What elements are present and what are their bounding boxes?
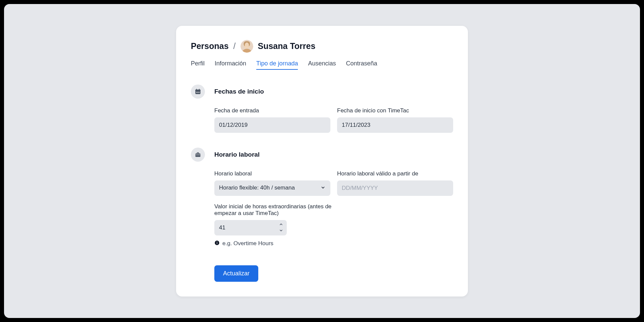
section-title-start-dates: Fechas de inicio: [214, 85, 453, 99]
breadcrumb-separator: /: [233, 41, 236, 51]
valid-from-input[interactable]: [337, 180, 453, 196]
timetac-date-label: Fecha de inicio con TimeTac: [337, 107, 453, 114]
tabs: Perfil Información Tipo de jornada Ausen…: [191, 60, 453, 70]
svg-rect-6: [196, 89, 197, 90]
overtime-hint: e.g. Overtime Hours: [222, 240, 273, 247]
timetac-date-input[interactable]: [337, 117, 453, 133]
section-work-schedule: Horario laboral Horario laboral Horario …: [191, 148, 453, 247]
schedule-label: Horario laboral: [214, 170, 330, 177]
breadcrumb: Personas / Susana Torres: [191, 40, 453, 53]
breadcrumb-root[interactable]: Personas: [191, 41, 229, 51]
tab-ausencias[interactable]: Ausencias: [308, 60, 336, 70]
entry-date-input[interactable]: [214, 117, 330, 133]
svg-rect-5: [196, 90, 201, 91]
section-title-work-schedule: Horario laboral: [214, 148, 453, 162]
tab-tipo-de-jornada[interactable]: Tipo de jornada: [256, 60, 298, 70]
svg-rect-10: [199, 92, 200, 93]
overtime-stepper[interactable]: [214, 220, 287, 235]
update-button[interactable]: Actualizar: [214, 265, 258, 282]
schedule-select[interactable]: Horario flexible: 40h / semana: [214, 180, 330, 196]
tab-perfil[interactable]: Perfil: [191, 60, 205, 70]
svg-rect-9: [198, 92, 199, 93]
svg-rect-7: [199, 89, 200, 90]
calendar-icon: [191, 85, 205, 99]
svg-point-16: [217, 241, 217, 242]
tab-informacion[interactable]: Información: [215, 60, 246, 70]
info-icon: [214, 240, 220, 247]
stepper-up-icon[interactable]: [279, 222, 283, 227]
avatar: [240, 40, 253, 53]
entry-date-label: Fecha de entrada: [214, 107, 330, 114]
svg-rect-15: [217, 242, 217, 244]
section-start-dates: Fechas de inicio Fecha de entrada Fecha …: [191, 85, 453, 133]
overtime-label: Valor inicial de horas extraordinarias (…: [214, 203, 335, 217]
stepper-down-icon[interactable]: [279, 228, 283, 233]
svg-rect-13: [196, 155, 201, 155]
svg-rect-12: [197, 153, 199, 154]
settings-card: Personas / Susana Torres Perfi: [176, 26, 468, 297]
valid-from-label: Horario laboral válido a partir de: [337, 170, 453, 177]
breadcrumb-person-name: Susana Torres: [258, 41, 316, 51]
svg-rect-8: [196, 92, 197, 93]
tab-contrasena[interactable]: Contraseña: [346, 60, 377, 70]
briefcase-icon: [191, 148, 205, 162]
